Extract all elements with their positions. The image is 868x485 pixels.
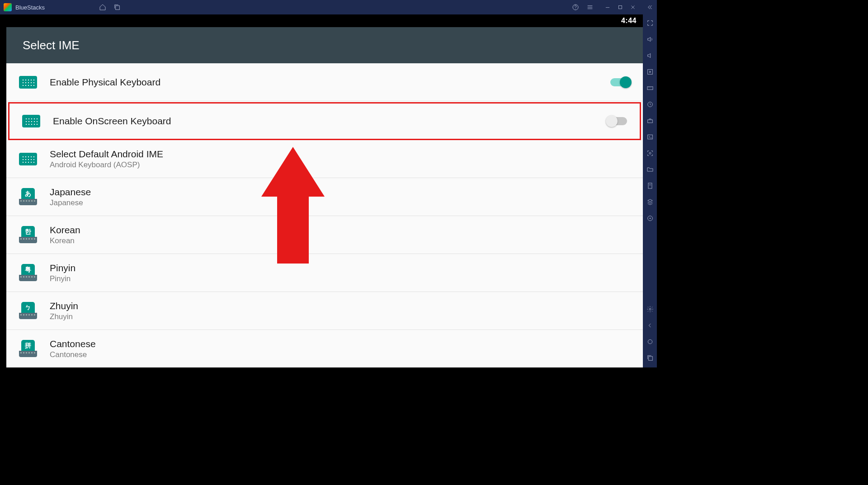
setting-row-pinyin[interactable]: 粤PinyinPinyin [6, 254, 643, 292]
macro-icon[interactable] [646, 133, 654, 141]
setting-text: PinyinPinyin [50, 263, 630, 283]
maximize-icon[interactable] [617, 4, 623, 10]
setting-subtitle: Cantonese [50, 350, 630, 359]
setting-text: JapaneseJapanese [50, 187, 630, 207]
location-icon[interactable] [646, 214, 654, 222]
setting-subtitle: Japanese [50, 198, 630, 207]
setting-title: Select Default Android IME [50, 149, 630, 160]
setting-row-enable-physical-keyboard[interactable]: Enable Physical Keyboard [6, 63, 643, 101]
keyboard-icon [18, 74, 38, 90]
toolbox-icon[interactable] [646, 117, 654, 125]
home-icon[interactable] [99, 4, 106, 11]
help-icon[interactable] [572, 4, 579, 11]
toggle-switch[interactable] [607, 117, 627, 125]
volume-down-icon[interactable] [646, 52, 654, 60]
titlebar: BlueStacks [0, 0, 657, 14]
setting-text: Enable OnScreen Keyboard [53, 116, 607, 127]
folder-icon[interactable] [646, 165, 654, 174]
titlebar-center [99, 4, 121, 11]
setting-row-zhuyin[interactable]: ㄅZhuyinZhuyin [6, 292, 643, 330]
right-sidebar [643, 14, 657, 367]
language-badge: 한 [21, 226, 35, 238]
back-icon[interactable] [646, 321, 654, 330]
setting-subtitle: Korean [50, 236, 630, 245]
setting-row-select-default-android-ime[interactable]: Select Default Android IMEAndroid Keyboa… [6, 140, 643, 178]
close-icon[interactable] [630, 4, 636, 10]
sync-icon[interactable] [646, 100, 654, 108]
language-badge: あ [21, 188, 35, 200]
page-header: Select IME [6, 27, 643, 63]
page-title: Select IME [23, 38, 80, 52]
keyboard-icon[interactable] [646, 84, 654, 92]
language-keyboard-icon: あ [18, 189, 38, 205]
setting-title: Pinyin [50, 263, 630, 273]
setting-text: Select Default Android IMEAndroid Keyboa… [50, 149, 630, 170]
setting-row-enable-onscreen-keyboard[interactable]: Enable OnScreen Keyboard [8, 102, 641, 140]
keyboard-icon [21, 113, 41, 129]
setting-title: Japanese [50, 187, 630, 198]
language-keyboard-icon: 粤 [18, 265, 38, 281]
bluestacks-logo-icon [4, 3, 12, 11]
setting-subtitle: Pinyin [50, 274, 630, 283]
window-controls [604, 4, 636, 10]
toggle-switch[interactable] [610, 78, 630, 86]
volume-up-icon[interactable] [646, 35, 654, 43]
status-time: 4:44 [621, 17, 637, 25]
settings-list: Enable Physical KeyboardEnable OnScreen … [6, 63, 643, 367]
language-keyboard-icon: 한 [18, 227, 38, 243]
svg-rect-3 [619, 6, 622, 9]
titlebar-right [572, 4, 653, 11]
multi-instance-icon[interactable] [646, 198, 654, 206]
svg-point-9 [649, 152, 651, 154]
language-badge: 粤 [21, 264, 35, 276]
svg-point-13 [649, 308, 651, 310]
setting-title: Enable OnScreen Keyboard [53, 116, 607, 127]
setting-text: KoreanKorean [50, 225, 630, 245]
home-nav-icon[interactable] [646, 338, 654, 346]
setting-row-japanese[interactable]: あJapaneseJapanese [6, 178, 643, 216]
setting-title: Enable Physical Keyboard [50, 77, 610, 88]
svg-rect-7 [647, 120, 652, 123]
setting-text: ZhuyinZhuyin [50, 301, 630, 321]
apk-icon[interactable] [646, 182, 654, 190]
language-keyboard-icon: 拼 [18, 341, 38, 357]
hamburger-icon[interactable] [586, 4, 594, 11]
collapse-right-icon[interactable] [646, 4, 653, 11]
fullscreen-icon[interactable] [646, 19, 654, 27]
keymap-icon[interactable] [646, 68, 654, 76]
svg-rect-5 [647, 87, 653, 90]
keyboard-icon [18, 151, 38, 167]
setting-subtitle: Zhuyin [50, 312, 630, 321]
setting-row-cantonese[interactable]: 拼CantoneseCantonese [6, 330, 643, 367]
language-badge: ㄅ [21, 302, 35, 314]
svg-point-12 [649, 218, 651, 219]
recents-nav-icon[interactable] [646, 354, 654, 362]
app-name: BlueStacks [15, 4, 45, 11]
setting-subtitle: Android Keyboard (AOSP) [50, 160, 630, 170]
android-status-bar: 4:44 [6, 14, 643, 27]
setting-title: Zhuyin [50, 301, 630, 311]
setting-text: CantoneseCantonese [50, 339, 630, 359]
svg-rect-10 [648, 183, 652, 188]
svg-point-14 [648, 339, 652, 344]
setting-title: Cantonese [50, 339, 630, 349]
setting-title: Korean [50, 225, 630, 235]
settings-icon[interactable] [646, 305, 654, 313]
screenshot-icon[interactable] [646, 149, 654, 157]
language-keyboard-icon: ㄅ [18, 303, 38, 319]
setting-text: Enable Physical Keyboard [50, 77, 610, 88]
svg-rect-15 [648, 357, 652, 361]
minimize-icon[interactable] [604, 4, 611, 10]
sidebar-bottom [646, 305, 654, 367]
svg-point-2 [575, 9, 576, 9]
svg-rect-0 [116, 6, 120, 10]
recent-apps-icon[interactable] [113, 4, 121, 11]
setting-row-korean[interactable]: 한KoreanKorean [6, 216, 643, 254]
language-badge: 拼 [21, 340, 35, 352]
titlebar-left: BlueStacks [4, 3, 45, 11]
android-screen: 4:44 Select IME Enable Physical Keyboard… [6, 14, 643, 367]
